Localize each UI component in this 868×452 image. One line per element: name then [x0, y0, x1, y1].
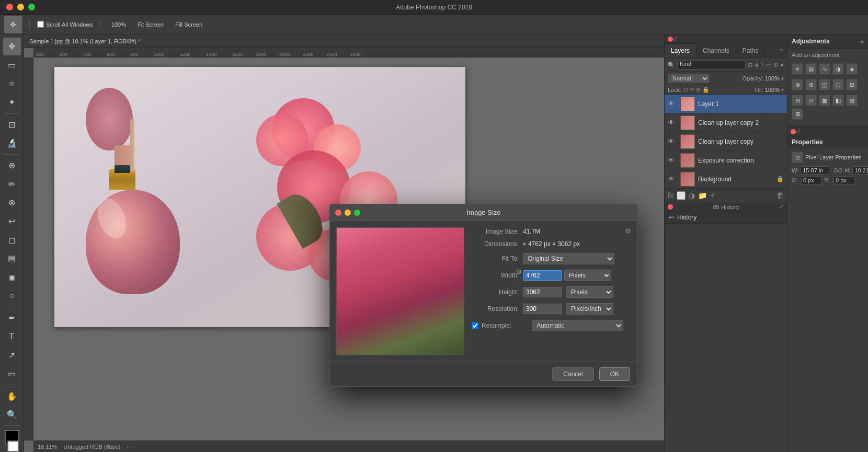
filter-toggle[interactable]: ●	[780, 62, 784, 68]
opacity-dropdown-icon[interactable]: ▾	[781, 76, 784, 82]
filter-shape-icon[interactable]: ▭	[766, 62, 771, 68]
exposure-button[interactable]: ◑	[832, 63, 844, 75]
lock-all-icon[interactable]: 🔒	[702, 86, 710, 93]
close-button[interactable]	[6, 4, 13, 10]
adjustments-menu-button[interactable]: ≡	[860, 38, 864, 45]
blur-tool[interactable]: ◉	[3, 268, 21, 286]
healing-brush-tool[interactable]: ⊕	[3, 157, 21, 175]
height-unit-select[interactable]: Pixels Inches	[566, 286, 613, 298]
panel-menu-button[interactable]: ≡	[775, 47, 787, 54]
tab-channels[interactable]: Channels	[696, 44, 736, 57]
pen-tool[interactable]: ✒	[3, 309, 21, 327]
layer-4-visibility-icon[interactable]: 👁	[668, 156, 677, 164]
scroll-all-windows-input[interactable]	[37, 21, 44, 28]
marquee-tool[interactable]: ▭	[3, 56, 21, 74]
zoom-tool[interactable]: 🔍	[3, 406, 21, 424]
eyedropper-tool[interactable]: 🔬	[3, 134, 21, 152]
history-expand-button[interactable]: ⤢	[779, 203, 784, 210]
type-tool[interactable]: T	[3, 328, 21, 345]
brush-tool[interactable]: ✏	[3, 175, 21, 193]
panel-close-button[interactable]	[668, 37, 673, 42]
background-color[interactable]	[7, 441, 19, 452]
magic-wand-tool[interactable]: ✦	[3, 94, 21, 111]
color-lookup-button[interactable]: ⊟	[792, 95, 803, 106]
tab-layers[interactable]: Layers	[665, 44, 696, 57]
gradient-tool[interactable]: ▤	[3, 250, 21, 268]
shape-tool[interactable]: ▭	[3, 365, 21, 383]
width-unit-select[interactable]: Pixels Inches Centimeters	[564, 270, 611, 281]
settings-icon[interactable]: ⚙	[625, 227, 631, 235]
lock-pixels-icon[interactable]: ⊡	[683, 86, 688, 93]
fit-screen-button[interactable]: Fit Screen	[134, 20, 167, 29]
resolution-unit-select[interactable]: Pixels/Inch Pixels/Centimeter	[566, 303, 613, 315]
dodge-tool[interactable]: ○	[3, 287, 21, 305]
layer-2-visibility-icon[interactable]: 👁	[668, 119, 677, 126]
resolution-input[interactable]	[523, 304, 562, 314]
layer-search-input[interactable]: Kind	[677, 60, 746, 69]
image-size-dialog[interactable]: Image Size Image Size: 41.7M ⚙ Dimension…	[329, 204, 638, 387]
resample-select[interactable]: Automatic Preserve Details Bicubic Smoot…	[532, 320, 623, 331]
layer-item-5[interactable]: 👁 Background 🔒	[665, 170, 787, 189]
height-field[interactable]	[852, 166, 868, 175]
scroll-all-windows-checkbox[interactable]: Scroll All Windows	[37, 21, 93, 28]
layer-item-2[interactable]: 👁 Clean up layer copy 2	[665, 113, 787, 132]
panel-expand-button[interactable]: ⤢	[673, 36, 678, 42]
layer-new-button[interactable]: +	[710, 191, 714, 200]
fit-to-select[interactable]: Original Size Custom Letter (300 ppi) Sc…	[523, 253, 614, 264]
lock-artboard-icon[interactable]: ⊞	[696, 86, 701, 93]
layer-item-1[interactable]: 👁 Layer 1	[665, 95, 787, 113]
go-w-button[interactable]: GO	[833, 167, 842, 173]
properties-close-button[interactable]	[791, 129, 796, 134]
color-balance-button[interactable]: ⊕	[805, 79, 817, 90]
invert-button[interactable]: ⊙	[805, 95, 817, 106]
tab-paths[interactable]: Paths	[736, 44, 766, 57]
fill-dropdown-icon[interactable]: ▾	[781, 87, 784, 92]
layer-folder-button[interactable]: 📁	[698, 191, 707, 200]
dimensions-arrow-icon[interactable]: ▾	[523, 241, 526, 248]
eraser-tool[interactable]: ◻	[3, 231, 21, 249]
layer-adjustment-button[interactable]: ◑	[689, 191, 695, 200]
filter-pixel-icon[interactable]: ⊡	[748, 62, 752, 68]
layer-fx-button[interactable]: fx	[668, 191, 673, 200]
crop-tool[interactable]: ⊡	[3, 115, 21, 133]
history-close-button[interactable]	[668, 204, 673, 210]
clone-stamp-tool[interactable]: ⊗	[3, 194, 21, 212]
properties-expand-button[interactable]: ⤢	[796, 128, 801, 135]
threshold-button[interactable]: ◧	[832, 95, 844, 106]
minimize-button[interactable]	[17, 4, 24, 10]
zoom-level[interactable]: 100%	[108, 20, 129, 29]
photo-filter-button[interactable]: ⬡	[832, 79, 844, 90]
layer-item-4[interactable]: 👁 Exposure correction	[665, 151, 787, 170]
layer-mask-button[interactable]: ⬜	[677, 191, 686, 200]
y-coord-field[interactable]	[833, 176, 854, 184]
selective-color-button[interactable]: ⊠	[792, 108, 803, 120]
move-tool-button[interactable]: ✥	[4, 16, 22, 33]
layer-5-visibility-icon[interactable]: 👁	[668, 175, 677, 183]
channel-mixer-button[interactable]: ⊞	[846, 79, 858, 90]
fill-screen-button[interactable]: Fill Screen	[172, 20, 205, 29]
curves-button[interactable]: ∿	[819, 63, 830, 75]
width-field[interactable]	[801, 166, 829, 175]
move-tool[interactable]: ✥	[3, 38, 21, 55]
cancel-button[interactable]: Cancel	[552, 367, 593, 381]
width-input[interactable]	[523, 270, 562, 281]
gradient-map-button[interactable]: ▤	[846, 95, 858, 106]
maximize-button[interactable]	[28, 4, 35, 10]
lock-position-icon[interactable]: ✏	[690, 86, 694, 93]
more-status[interactable]: ›	[127, 443, 129, 450]
filter-type-icon[interactable]: T	[761, 62, 764, 68]
dialog-close-button[interactable]	[335, 210, 341, 216]
layer-item-3[interactable]: 👁 Clean up layer copy	[665, 132, 787, 151]
dialog-maximize-button[interactable]	[354, 210, 360, 216]
dialog-minimize-button[interactable]	[345, 210, 351, 216]
blend-mode-select[interactable]: Normal	[668, 74, 710, 83]
path-selection-tool[interactable]: ↗	[3, 346, 21, 364]
hand-tool[interactable]: ✋	[3, 387, 21, 405]
x-coord-field[interactable]	[801, 176, 822, 184]
height-input[interactable]	[523, 287, 562, 297]
hue-saturation-button[interactable]: ⊗	[792, 79, 803, 90]
bw-button[interactable]: ◫	[819, 79, 830, 90]
layer-3-visibility-icon[interactable]: 👁	[668, 137, 677, 145]
posterize-button[interactable]: ▦	[819, 95, 830, 106]
document-tab[interactable]: Sample 1.jpg @ 18.1% (Layer 1, RGB/8#) *	[24, 34, 664, 48]
